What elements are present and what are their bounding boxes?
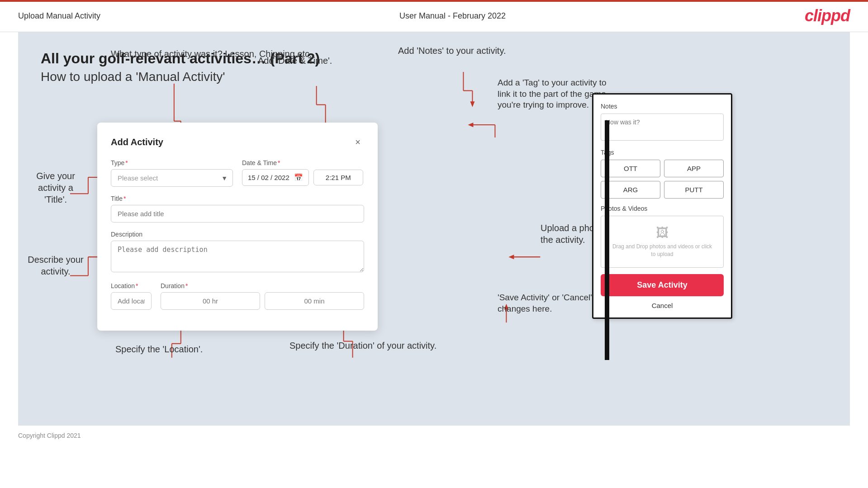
title-input[interactable]	[111, 205, 364, 223]
notes-textarea[interactable]	[601, 114, 724, 141]
annotation-notes: Add 'Notes' to your activity.	[398, 45, 506, 57]
annotation-duration: Specify the 'Duration' of your activity.	[289, 340, 436, 351]
photos-section-label: Photos & Videos	[601, 205, 724, 212]
svg-marker-30	[468, 123, 473, 127]
title-label: Title*	[111, 195, 364, 202]
form-group-duration: Duration*	[161, 282, 364, 310]
photos-drag-text: Drag and Drop photos and videos or click…	[610, 243, 714, 258]
page-subtitle: How to upload a 'Manual Activity'	[41, 70, 827, 84]
location-input[interactable]	[111, 292, 152, 310]
main-content: All your golf-relevant activities… (Part…	[18, 32, 850, 426]
tags-grid: OTT APP ARG PUTT	[601, 160, 724, 199]
form-group-location: Location*	[111, 282, 152, 310]
duration-row	[161, 292, 364, 310]
tag-ott[interactable]: OTT	[601, 160, 660, 177]
tags-section-label: Tags	[601, 149, 724, 156]
form-row-title: Title*	[111, 195, 364, 223]
footer: Copyright Clippd 2021	[0, 426, 868, 445]
form-group-type: Type* Please select ▼	[111, 159, 233, 187]
time-input[interactable]: 2:21 PM	[313, 170, 363, 185]
form-row-location-duration: Location* Duration*	[111, 282, 364, 310]
form-row-description: Description	[111, 231, 364, 274]
form-group-title: Title*	[111, 195, 364, 223]
copyright: Copyright Clippd 2021	[18, 432, 81, 439]
header-center: User Manual - February 2022	[399, 11, 506, 21]
annotation-describe: Describe your activity.	[26, 254, 85, 277]
form-group-datetime: Date & Time* 15 / 02 / 2022 📅 2:21 PM	[242, 159, 364, 187]
header: Upload Manual Activity User Manual - Feb…	[0, 0, 868, 32]
location-label: Location*	[111, 282, 152, 289]
add-activity-modal: Add Activity × Type* Please select ▼ Dat…	[97, 123, 378, 331]
header-left: Upload Manual Activity	[18, 11, 100, 21]
datetime-label: Date & Time*	[242, 159, 364, 166]
modal-close-button[interactable]: ×	[351, 135, 364, 149]
photos-drop-area[interactable]: 🖼 Drag and Drop photos and videos or cli…	[601, 216, 724, 268]
duration-hr-input[interactable]	[161, 292, 260, 310]
photos-icon: 🖼	[610, 225, 714, 240]
phone-panel-left-bar	[605, 120, 609, 360]
date-time-group: 15 / 02 / 2022 📅 2:21 PM	[242, 169, 364, 186]
annotation-give-title: Give your activity a 'Title'.	[26, 170, 85, 205]
annotation-location: Specify the 'Location'.	[115, 343, 203, 355]
type-select-wrapper: Please select ▼	[111, 169, 233, 187]
notes-section-label: Notes	[601, 103, 724, 110]
form-row-type-datetime: Type* Please select ▼ Date & Time* 15 / …	[111, 159, 364, 187]
type-label: Type*	[111, 159, 233, 166]
date-input[interactable]: 15 / 02 / 2022 📅	[242, 169, 309, 186]
logo: clippd	[805, 6, 850, 25]
tag-arg[interactable]: ARG	[601, 181, 660, 199]
tag-putt[interactable]: PUTT	[664, 181, 724, 199]
tag-app[interactable]: APP	[664, 160, 724, 177]
calendar-icon: 📅	[294, 173, 303, 182]
modal-title: Add Activity	[111, 137, 163, 147]
description-textarea[interactable]	[111, 241, 364, 272]
svg-marker-32	[508, 255, 514, 259]
description-label: Description	[111, 231, 364, 238]
svg-marker-27	[470, 101, 474, 107]
save-activity-button[interactable]: Save Activity	[601, 274, 724, 296]
type-select[interactable]: Please select	[111, 169, 233, 187]
annotation-date-time: Add 'Date & Time'.	[258, 55, 332, 66]
duration-label: Duration*	[161, 282, 364, 289]
cancel-button[interactable]: Cancel	[601, 302, 724, 309]
date-value: 15 / 02 / 2022	[248, 174, 289, 181]
modal-header: Add Activity ×	[111, 135, 364, 149]
duration-min-input[interactable]	[265, 292, 364, 310]
phone-panel: Notes Tags OTT APP ARG PUTT Photos & Vid…	[592, 93, 732, 319]
form-group-description: Description	[111, 231, 364, 274]
